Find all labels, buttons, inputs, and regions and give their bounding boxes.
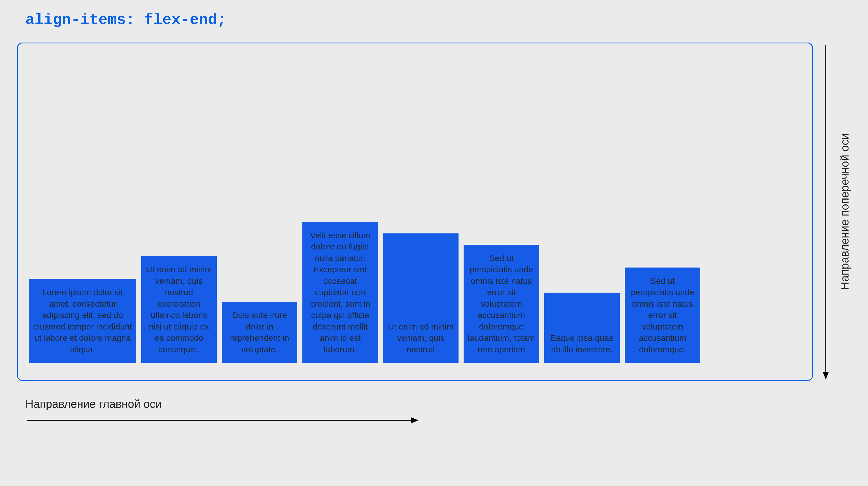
svg-marker-1 (823, 372, 829, 379)
cross-axis-label: Направление поперечной оси (838, 133, 851, 290)
flex-item-text: Sed ut perspiciatis unde omnis iste natu… (468, 252, 535, 356)
flex-item: Duis aute irure dolor in reprehenderit i… (222, 302, 297, 363)
flex-item: Velit esse cillum dolore eu fugiat nulla… (302, 222, 378, 363)
arrow-right-icon (25, 416, 851, 425)
main-axis-indicator: Направление главной оси (25, 398, 851, 425)
flex-item: Sed ut perspiciatis unde omnis iste natu… (625, 268, 700, 363)
flex-item-text: Duis aute irure dolor in reprehenderit i… (226, 309, 293, 355)
flex-item-text: Sed ut perspiciatis unde omnis iste natu… (629, 275, 696, 356)
flex-item: Sed ut perspiciatis unde omnis iste natu… (464, 245, 539, 363)
diagram-title: align-items: flex-end; (25, 11, 851, 28)
main-axis-label: Направление главной оси (25, 398, 851, 411)
flex-item: Lorem ipsum dolor sit amet, consectetur … (29, 279, 136, 363)
flex-container: Lorem ipsum dolor sit amet, consectetur … (17, 42, 813, 381)
flex-item-text: Ut enim ad minim veniam, quis nostrud ex… (145, 264, 213, 355)
flex-item-text: Ut enim ad minim veniam, quis nostrud (387, 321, 455, 356)
flex-item-text: Velit esse cillum dolore eu fugiat nulla… (306, 230, 374, 356)
flex-item: Ut enim ad minim veniam, quis nostrud (383, 234, 459, 363)
svg-marker-3 (411, 417, 418, 423)
flex-item-text: Lorem ipsum dolor sit amet, consectetur … (33, 287, 132, 355)
flex-item: Eaque ipsa quae ab illo inventore. (544, 293, 620, 363)
main-row: Lorem ipsum dolor sit amet, consectetur … (17, 42, 851, 381)
cross-axis-indicator: Направление поперечной оси (822, 42, 851, 381)
flex-item: Ut enim ad minim veniam, quis nostrud ex… (141, 256, 217, 363)
arrow-down-icon (822, 42, 830, 381)
flex-item-text: Eaque ipsa quae ab illo inventore. (548, 332, 616, 355)
